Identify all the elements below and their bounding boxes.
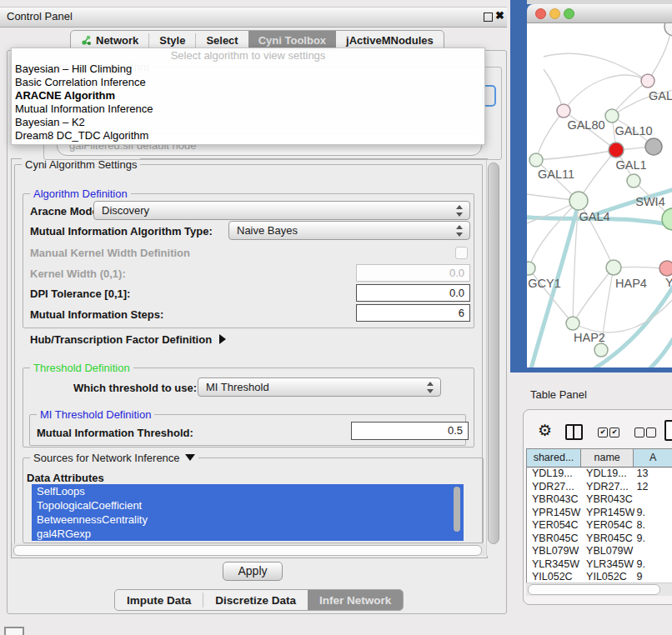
bottom-tabstrip: Impute Data Discretize Data Infer Networ… — [114, 589, 404, 611]
close-traffic-light[interactable] — [535, 8, 546, 19]
node-gal10[interactable] — [605, 109, 619, 122]
tab-discretize-data[interactable]: Discretize Data — [203, 590, 308, 610]
table-row[interactable]: YBR043C YBR043C — [527, 493, 672, 507]
table-row[interactable]: YPR145W YPR145W 9. — [527, 507, 672, 520]
tab-infer-network[interactable]: Infer Network — [308, 590, 403, 610]
mi-algorithm-type-combo[interactable]: Naive Bayes — [228, 221, 470, 240]
node-hap2[interactable] — [566, 317, 579, 330]
mi-steps-label: Mutual Information Steps: — [30, 308, 163, 321]
node-swi4[interactable] — [627, 174, 640, 188]
list-item-selfloops[interactable]: SelfLoops — [32, 484, 464, 498]
table-row[interactable]: YLR345W YLR345W 9. — [527, 558, 672, 572]
node-label-gal10: GAL10 — [614, 124, 652, 138]
column-header-partial[interactable]: A — [634, 449, 672, 467]
which-threshold-value: MI Threshold — [206, 381, 269, 393]
hub-section-toggle[interactable]: Hub/Transcription Factor Definition — [30, 333, 226, 346]
mi-threshold-group-title: MI Threshold Definition — [37, 408, 154, 421]
aracne-mode-label: Aracne Mode: — [30, 205, 102, 218]
network-window-titlebar[interactable] — [527, 4, 672, 23]
node-salmon[interactable] — [659, 261, 672, 276]
list-item-gal4rgexp[interactable]: gal4RGexp — [32, 527, 464, 541]
table-panel-title: Table Panel — [530, 388, 587, 401]
table-body: YDL19... YDL19... 13 YDR27... YDR27... 1… — [527, 468, 672, 584]
close-icon[interactable]: ✖ — [495, 9, 504, 22]
gear-icon[interactable]: ⚙ — [538, 421, 552, 440]
mi-steps-input[interactable]: 6 — [356, 304, 470, 322]
network-icon — [81, 35, 92, 46]
checked-checkbox-icon[interactable]: ✔ — [598, 428, 608, 438]
data-attributes-label: Data Attributes — [27, 472, 104, 484]
which-threshold-combo[interactable]: MI Threshold — [198, 378, 441, 397]
sources-group-title[interactable]: Sources for Network Inference — [30, 452, 198, 464]
manual-kernel-label: Manual Kernel Width Definition — [30, 247, 190, 259]
float-window-icon[interactable] — [484, 12, 493, 22]
stepper-icon — [456, 205, 463, 217]
kernel-width-label: Kernel Width (0,1): — [30, 268, 126, 280]
tab-network-label: Network — [96, 34, 138, 47]
mi-algorithm-type-label: Mutual Information Algorithm Type: — [30, 225, 213, 238]
zoom-traffic-light[interactable] — [564, 8, 574, 19]
minimize-traffic-light[interactable] — [549, 8, 560, 19]
dpi-tolerance-input[interactable]: 0.0 — [356, 284, 470, 302]
table-row[interactable]: YBR045C YBR045C 9. — [527, 532, 672, 546]
list-item-topologicalcoefficient[interactable]: TopologicalCoefficient — [32, 498, 464, 512]
table-row[interactable]: YDL19... YDL19... 13 — [527, 468, 672, 481]
settings-vscrollbar-thumb[interactable] — [488, 162, 499, 544]
node-big-green[interactable] — [662, 208, 672, 230]
dropdown-item-aracne[interactable]: ARACNE Algorithm — [12, 89, 484, 102]
mi-threshold-input[interactable]: 0.5 — [351, 422, 469, 440]
dropdown-item-basic-correlation[interactable]: Basic Correlation Inference — [12, 76, 484, 89]
kernel-width-input[interactable]: 0.0 — [356, 264, 470, 282]
dropdown-item-bayesian-k2[interactable]: Bayesian – K2 — [12, 116, 484, 129]
attributes-list-scrollbar[interactable] — [454, 487, 460, 532]
manual-kernel-checkbox[interactable] — [455, 247, 468, 259]
tab-impute-data[interactable]: Impute Data — [115, 590, 203, 610]
floating-panel-icon[interactable] — [4, 627, 24, 635]
node-gcy1[interactable] — [527, 262, 535, 275]
dropdown-item-bayesian-hill[interactable]: Bayesian – Hill Climbing — [12, 62, 484, 76]
unchecked-checkbox-icon[interactable] — [634, 428, 644, 438]
apply-button[interactable]: Apply — [223, 562, 283, 581]
node-label-gal11: GAL11 — [538, 168, 574, 181]
aracne-mode-combo[interactable]: Discovery — [93, 201, 470, 220]
node-label-swi4: SWI4 — [635, 195, 664, 208]
node-label-hap2: HAP2 — [574, 331, 605, 344]
column-header-shared-name[interactable]: shared... — [527, 449, 581, 467]
collapse-arrow-icon — [185, 454, 195, 461]
table-hscrollbar-thumb[interactable] — [528, 584, 660, 595]
node-hap4[interactable] — [606, 260, 621, 275]
checked-checkbox-icon[interactable]: ✔ — [609, 428, 619, 438]
table-row[interactable]: YDR27... YDR27... 12 — [527, 481, 672, 494]
node-label-gal4: GAL4 — [579, 210, 609, 223]
settings-hscrollbar-thumb[interactable] — [13, 545, 482, 556]
node-table: shared... name A YDL19... YDL19... 13 YD… — [526, 448, 672, 584]
dropdown-item-dream8[interactable]: Dream8 DC_TDC Algorithm — [12, 129, 484, 142]
expand-arrow-icon — [219, 334, 226, 344]
algorithm-dropdown-placeholder: Select algorithm to view settings — [12, 48, 484, 62]
node-gal80[interactable] — [557, 104, 570, 118]
control-panel-titlebar: Control Panel ✖ — [0, 7, 507, 28]
list-item-betweennesscentrality[interactable]: BetweennessCentrality — [32, 512, 464, 527]
split-panel-icon[interactable] — [565, 424, 583, 440]
node-gal11[interactable] — [529, 153, 543, 167]
node-gal1[interactable] — [609, 142, 624, 158]
control-panel-title: Control Panel — [7, 10, 73, 22]
mi-threshold-label: Mutual Information Threshold: — [37, 427, 193, 439]
unchecked-checkbox-icon[interactable] — [646, 428, 656, 438]
node-gal4[interactable] — [569, 192, 588, 210]
table-row[interactable]: YER054C YER054C 8. — [527, 519, 672, 532]
node-bottom-green[interactable] — [594, 343, 608, 357]
node-label-hap4: HAP4 — [615, 277, 647, 290]
network-canvas[interactable]: GAL GAL80 GAL10 GAL1 GAL11 SWI4 GAL4 GCY… — [527, 23, 672, 368]
dropdown-item-mutual-information[interactable]: Mutual Information Inference — [12, 102, 484, 116]
document-icon[interactable] — [664, 420, 672, 441]
node-gray[interactable] — [645, 138, 662, 155]
node-pink-top[interactable] — [641, 74, 654, 88]
threshold-definition-title: Threshold Definition — [30, 362, 133, 374]
node-partial-top[interactable] — [664, 23, 672, 36]
table-row[interactable]: YBL079W YBL079W — [527, 545, 672, 558]
screen: Control Panel ✖ Network Style Select Cyn… — [0, 0, 672, 635]
table-header-row: shared... name A — [527, 449, 672, 468]
node-label-gcy1: GCY1 — [528, 277, 561, 290]
column-header-name[interactable]: name — [581, 449, 634, 467]
